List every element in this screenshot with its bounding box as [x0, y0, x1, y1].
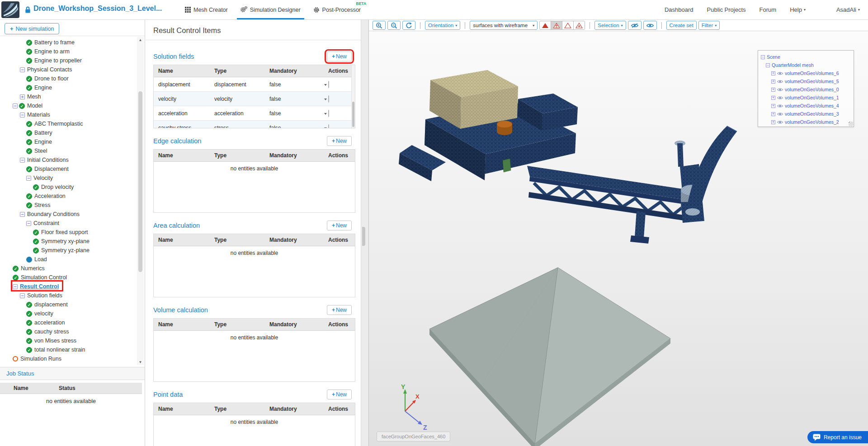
eye-icon[interactable] — [777, 120, 783, 124]
mesh-quality-wireframe-button[interactable] — [551, 21, 562, 30]
tree-item-velocity-ic[interactable]: −Velocity — [0, 174, 136, 183]
collapse-icon[interactable]: − — [20, 113, 25, 117]
orientation-dropdown[interactable]: Orientation ▾ — [425, 21, 460, 30]
collapse-icon[interactable]: − — [20, 67, 25, 72]
table-row[interactable]: displacement displacement false — [154, 77, 355, 92]
tree-item-solution-fields[interactable]: −Solution fields — [0, 291, 136, 300]
new-area-calculation-button[interactable]: + New — [327, 221, 352, 230]
tree-item-symmetry-yz-plane[interactable]: ✓Symmetry yz-plane — [0, 246, 136, 255]
panel-splitter[interactable] — [361, 20, 369, 446]
reset-view-button[interactable] — [402, 21, 415, 30]
eye-icon[interactable] — [777, 88, 783, 92]
tree-item-drone-to-floor[interactable]: ✓Drone to floor — [0, 74, 136, 83]
scene-volume-item[interactable]: + volumeOnGeoVolumes_6 — [761, 69, 851, 77]
resize-grip-icon[interactable] — [849, 122, 853, 126]
expand-icon[interactable]: + — [771, 96, 775, 100]
tree-item-load[interactable]: Load — [0, 255, 136, 264]
actions-select[interactable] — [328, 110, 329, 117]
table-scrollbar[interactable] — [351, 65, 355, 128]
tree-item-displacement-field[interactable]: ✓displacement — [0, 300, 136, 309]
zoom-in-button[interactable] — [373, 21, 386, 30]
nav-user-menu[interactable]: AsadAli ▾ — [836, 6, 860, 13]
splitter-handle[interactable] — [362, 227, 365, 246]
tab-post-processor[interactable]: Post-Processor BETA — [307, 0, 367, 19]
tree-item-acceleration-ic[interactable]: ✓Acceleration — [0, 192, 136, 201]
tree-item-initial-conditions[interactable]: −Initial Conditions — [0, 155, 136, 164]
tree-item-materials[interactable]: −Materials — [0, 110, 136, 119]
selection-dropdown[interactable]: Selection ▾ — [594, 21, 626, 30]
eye-icon[interactable] — [777, 80, 783, 84]
simscale-logo[interactable] — [1, 1, 19, 18]
new-solution-field-button[interactable]: + New — [327, 52, 352, 61]
hide-selection-button[interactable] — [628, 21, 642, 30]
tree-item-engine-to-propeller[interactable]: ✓Engine to propeller — [0, 56, 136, 65]
eye-icon[interactable] — [777, 71, 783, 75]
collapse-icon[interactable]: − — [20, 158, 25, 163]
scene-root-item[interactable]: − Scene — [761, 53, 851, 61]
scene-volume-item[interactable]: + volumeOnGeoVolumes_4 — [761, 102, 851, 110]
expand-icon[interactable]: + — [20, 94, 25, 99]
expand-icon[interactable]: + — [771, 112, 775, 116]
tree-item-stress-ic[interactable]: ✓Stress — [0, 201, 136, 210]
collapse-icon[interactable]: − — [20, 212, 25, 217]
new-simulation-button[interactable]: + New simulation — [5, 23, 59, 34]
tree-item-total-nonlinear-strain-field[interactable]: ✓total nonlinear strain — [0, 345, 136, 354]
tree-item-simulation-control[interactable]: ✓Simulation Control — [0, 273, 136, 282]
collapse-icon[interactable]: − — [26, 221, 31, 226]
tree-item-numerics[interactable]: ✓Numerics — [0, 264, 136, 273]
eye-icon[interactable] — [777, 112, 783, 116]
tree-item-engine-material[interactable]: ✓Engine — [0, 137, 136, 146]
collapse-icon[interactable]: − — [20, 293, 25, 298]
mesh-quality-outline-button[interactable] — [562, 21, 574, 30]
new-volume-calculation-button[interactable]: + New — [327, 305, 352, 315]
viewport-canvas[interactable]: − Scene − QuarterModel mesh + volumeOnGe… — [369, 31, 868, 446]
tree-item-model[interactable]: −✓Model — [0, 101, 136, 110]
tree-item-battery-to-frame[interactable]: ✓Battery to frame — [0, 38, 136, 47]
eye-icon[interactable] — [777, 104, 783, 108]
actions-select[interactable] — [328, 95, 329, 103]
new-point-data-button[interactable]: + New — [327, 390, 352, 399]
tree-item-constraint[interactable]: −Constraint — [0, 219, 136, 228]
nav-forum[interactable]: Forum — [760, 6, 777, 13]
nav-dashboard[interactable]: Dashboard — [665, 6, 693, 13]
tree-item-von-mises-stress-field[interactable]: ✓von Mises stress — [0, 336, 136, 345]
tree-item-symmetry-xy-plane[interactable]: ✓Symmetry xy-plane — [0, 237, 136, 246]
tab-mesh-creator[interactable]: Mesh Creator — [179, 0, 234, 19]
mesh-quality-points-button[interactable] — [573, 21, 585, 30]
new-edge-calculation-button[interactable]: + New — [327, 136, 352, 146]
scroll-up-icon[interactable]: ▲ — [137, 38, 144, 42]
table-row[interactable]: acceleration acceleration false — [154, 106, 355, 121]
tree-item-displacement-ic[interactable]: ✓Displacement — [0, 164, 136, 174]
tree-item-acceleration-field[interactable]: ✓acceleration — [0, 318, 136, 327]
scene-volume-item[interactable]: + volumeOnGeoVolumes_5 — [761, 77, 851, 85]
nav-public-projects[interactable]: Public Projects — [707, 6, 746, 13]
nav-help[interactable]: Help ▾ — [790, 6, 806, 13]
actions-select[interactable] — [328, 124, 329, 128]
scene-volume-item[interactable]: + volumeOnGeoVolumes_0 — [761, 85, 851, 94]
tree-scrollbar[interactable]: ▲ ▼ — [137, 37, 144, 365]
tree-item-mesh[interactable]: +Mesh — [0, 92, 136, 101]
report-issue-button[interactable]: Report an issue — [807, 431, 868, 443]
scene-volume-item[interactable]: + volumeOnGeoVolumes_1 — [761, 94, 851, 102]
tree-item-floor-fixed-support[interactable]: ✓Floor fixed support — [0, 228, 136, 237]
scroll-down-icon[interactable]: ▼ — [137, 360, 144, 364]
tree-item-boundary-conditions[interactable]: −Boundary Conditions — [0, 210, 136, 219]
expand-icon[interactable]: + — [771, 88, 775, 92]
scene-volume-item[interactable]: + volumeOnGeoVolumes_3 — [761, 110, 851, 118]
actions-select[interactable] — [328, 81, 329, 88]
expand-icon[interactable]: + — [771, 80, 775, 84]
display-mode-select[interactable]: surfaces with wireframe ▾ — [470, 21, 538, 30]
project-name[interactable]: Drone_Workshop_Session_3_Level... — [33, 5, 162, 13]
tree-item-simulation-runs[interactable]: Simulation Runs — [0, 354, 136, 363]
tree-item-abc-thermoplastic[interactable]: ✓ABC Thermoplastic — [0, 119, 136, 128]
tree-item-drop-velocity[interactable]: ✓Drop velocity — [0, 183, 136, 192]
tree-item-engine-contact[interactable]: ✓Engine — [0, 83, 136, 92]
tree-item-engine-to-arm[interactable]: ✓Engine to arm — [0, 47, 136, 56]
collapse-icon[interactable]: − — [13, 103, 18, 108]
show-all-button[interactable] — [643, 21, 657, 30]
table-row[interactable]: velocity velocity false — [154, 92, 355, 106]
expand-icon[interactable]: + — [771, 120, 775, 124]
scrollbar-thumb[interactable] — [138, 91, 142, 272]
scene-volume-item[interactable]: + volumeOnGeoVolumes_2 — [761, 118, 851, 126]
collapse-icon[interactable]: − — [766, 63, 770, 67]
